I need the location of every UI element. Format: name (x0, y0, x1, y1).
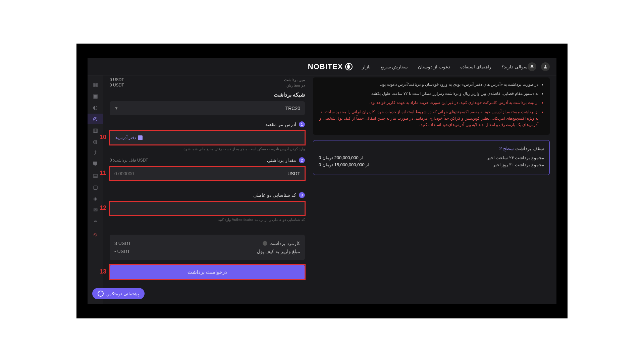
address-book-link[interactable]: دفتر آدرس‌ها (114, 135, 143, 140)
warning-item: به دستور مقام قضایی، فاصله‌ی بین واریز ر… (318, 90, 538, 97)
sidebar-share-icon[interactable]: ⤴ (88, 148, 103, 158)
withdraw-form: مین برداشت 0 USDT در سفارش 0 USDT شبکه ب… (110, 77, 305, 297)
tutorial-frame: سوالی دارید؟ راهنمای استفاده دعوت از دوس… (76, 44, 568, 318)
annotation-label-10: 10 (100, 134, 106, 141)
submit-withdraw-button[interactable]: درخواست برداشت (110, 265, 305, 280)
warnings-panel: در صورت برداشت به «آدرس های دفتر آدرس» ب… (313, 77, 550, 135)
nav-market[interactable]: بازار (362, 64, 371, 69)
brand-logo[interactable]: NOBITEX (308, 62, 353, 71)
headset-icon (98, 291, 104, 297)
address-book-icon (138, 135, 143, 140)
network-selected: TRC20 (285, 106, 300, 111)
topbar-right: سوالی دارید؟ راهنمای استفاده دعوت از دوس… (308, 62, 528, 71)
sidebar-shield-icon[interactable]: ◈ (88, 193, 103, 203)
withdrawable-balance: قابل برداشت: 0 USDT (110, 158, 148, 163)
app-root: سوالی دارید؟ راهنمای استفاده دعوت از دوس… (88, 58, 556, 304)
annotation-label-13: 13 (100, 268, 106, 275)
network-title: شبکه برداشت (110, 92, 305, 98)
step1-header: 1 آدرس تتر مقصد (110, 121, 305, 127)
sidebar-transfer-icon[interactable]: ◎ (88, 114, 103, 124)
network-select[interactable]: TRC20 ▼ (110, 101, 305, 115)
step2-header: 2 مقدار برداشتی قابل برداشت: 0 USDT (110, 157, 305, 163)
withdraw-amount-input[interactable] (114, 171, 287, 176)
chevron-down-icon: ▼ (114, 106, 118, 111)
withdrawal-limit-panel: سقف برداشت سطح 2 مجموع برداشت ۲۴ ساعت اخ… (313, 140, 550, 175)
min-withdraw-label: مین برداشت (284, 77, 305, 82)
svg-point-0 (545, 65, 546, 67)
nav-quick-order[interactable]: سفارش سریع (381, 64, 408, 69)
topbar-left (528, 62, 550, 71)
amount-unit: USDT (287, 171, 300, 176)
step2-label: مقدار برداشتی (267, 158, 296, 163)
in-order-label: در سفارش (286, 83, 305, 87)
min-withdraw-value: 0 USDT (110, 77, 124, 82)
notification-bell-icon[interactable] (528, 62, 536, 71)
warning-item: در صورت برداشت به «آدرس های دفتر آدرس» ب… (318, 81, 538, 88)
topbar: سوالی دارید؟ راهنمای استفاده دعوت از دوس… (88, 58, 556, 75)
sidebar-wallet-icon[interactable]: ▣ (88, 91, 103, 101)
sidebar-contact-icon[interactable]: ▢ (88, 182, 103, 192)
user-level: سطح 2 (499, 146, 514, 151)
amount-input-row: USDT (110, 167, 305, 181)
support-button[interactable]: پشتیبانی نوبیتکس (92, 288, 145, 299)
step-badge: 3 (299, 192, 305, 198)
sidebar-gift-icon[interactable]: ⛊ (88, 159, 103, 169)
fee-summary: کارمزد برداشت i 3 USDT مبلغ واریز به کیف… (110, 235, 305, 260)
net-amount-label: مبلغ واریز به کیف پول (257, 249, 300, 254)
annotation-label-11: 11 (100, 170, 106, 177)
user-avatar-icon[interactable] (541, 62, 550, 71)
address-helper: وارد کردن آدرس نادرست ممکن است منجر به ا… (110, 147, 305, 151)
main: در صورت برداشت به «آدرس های دفتر آدرس» ب… (103, 75, 556, 304)
sidebar-logout-icon[interactable]: ⎋ (88, 230, 103, 240)
step-badge: 2 (299, 157, 305, 163)
nav-invite[interactable]: دعوت از دوستان (418, 64, 450, 69)
net-amount-value: - USDT (114, 249, 130, 254)
sidebar-dashboard-icon[interactable]: ▦ (88, 79, 103, 89)
tfa-helper: کد شناسایی دو عاملی را از برنامه Authent… (110, 218, 305, 222)
sidebar-exchange-icon[interactable]: ◐ (88, 102, 103, 112)
nav-guide[interactable]: راهنمای استفاده (460, 64, 491, 69)
in-order-value: 0 USDT (110, 83, 124, 87)
two-factor-code-input[interactable] (110, 201, 305, 216)
warning-item-red: از برداشت مستقیم از آدرس خود به مقصد اکس… (318, 109, 538, 128)
fee-value: 3 USDT (114, 241, 131, 246)
nav-faq[interactable]: سوالی دارید؟ (501, 64, 528, 69)
sidebar-users-icon[interactable]: ⚭ (88, 216, 103, 226)
nav-links: سوالی دارید؟ راهنمای استفاده دعوت از دوس… (362, 64, 528, 69)
limit-row-24h: مجموع برداشت ۲۴ ساعت اخیر 0 از 200,000,0… (319, 155, 544, 160)
step-badge: 1 (299, 121, 305, 127)
step3-header: 3 کد شناسایی دو عاملی (110, 192, 305, 198)
left-column: در صورت برداشت به «آدرس های دفتر آدرس» ب… (313, 77, 550, 297)
fee-label: کارمزد برداشت (269, 241, 300, 246)
step3-label: کد شناسایی دو عاملی (253, 192, 296, 198)
info-icon[interactable]: i (263, 241, 267, 246)
brand-text: NOBITEX (308, 62, 343, 71)
logo-icon (345, 63, 353, 70)
address-input-row: دفتر آدرس‌ها (110, 131, 305, 145)
body: در صورت برداشت به «آدرس های دفتر آدرس» ب… (88, 75, 556, 304)
limit-row-30d: مجموع برداشت ۳۰ روز اخیر 0 از 15,000,000… (319, 162, 544, 167)
destination-address-input[interactable] (143, 135, 300, 140)
limit-title: سقف برداشت سطح 2 (319, 146, 544, 151)
warning-item-red: از ثبت برداشت به آدرس کانترکت خودداری کن… (318, 100, 538, 106)
annotation-label-12: 12 (100, 204, 106, 212)
step1-label: آدرس تتر مقصد (265, 122, 296, 127)
balance-summary: مین برداشت 0 USDT در سفارش 0 USDT (110, 77, 305, 87)
